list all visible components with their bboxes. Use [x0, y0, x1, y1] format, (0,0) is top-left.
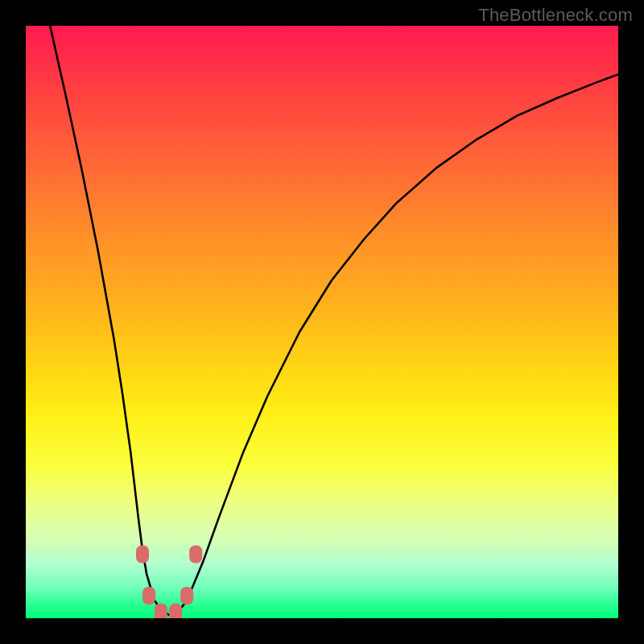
bead-marker [180, 587, 193, 605]
plot-area [26, 26, 618, 618]
bead-marker [136, 546, 149, 564]
bottleneck-curve [50, 26, 618, 616]
bead-marker [169, 604, 182, 618]
bead-marker [155, 604, 167, 618]
bead-group [136, 546, 202, 619]
chart-frame: TheBottleneck.com [0, 0, 644, 644]
bead-marker [142, 587, 155, 605]
watermark-text: TheBottleneck.com [478, 5, 633, 26]
bead-marker [189, 546, 202, 564]
chart-svg [26, 26, 618, 618]
